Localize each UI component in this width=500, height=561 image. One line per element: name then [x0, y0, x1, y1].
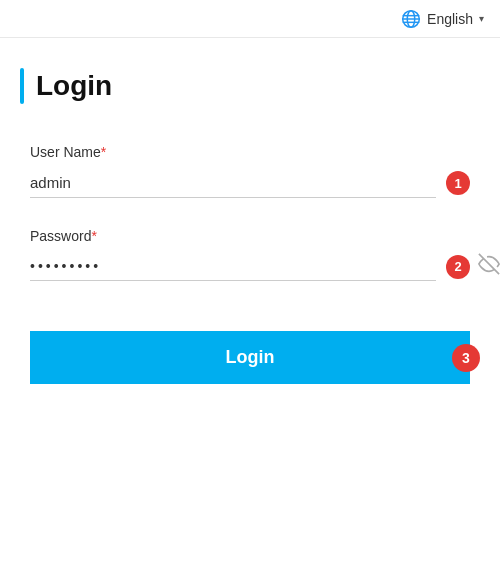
page-title: Login: [36, 70, 112, 102]
login-button-badge: 3: [452, 344, 480, 372]
title-accent-bar: [20, 68, 24, 104]
password-group: Password* ••••••••• 2: [30, 228, 470, 281]
main-content: Login User Name* 1 Password* ••••••••• 2: [0, 38, 500, 404]
login-button-wrapper: Login 3: [30, 331, 470, 384]
title-section: Login: [20, 68, 480, 104]
password-input-wrapper: ••••••••• 2: [30, 252, 470, 281]
globe-icon: [401, 9, 421, 29]
username-label: User Name*: [30, 144, 470, 160]
login-button[interactable]: Login 3: [30, 331, 470, 384]
password-required: *: [91, 228, 96, 244]
language-selector[interactable]: English ▾: [401, 9, 484, 29]
username-group: User Name* 1: [30, 144, 470, 198]
password-input[interactable]: •••••••••: [30, 252, 436, 281]
password-badge: 2: [446, 255, 470, 279]
username-input-wrapper: 1: [30, 168, 470, 198]
username-input[interactable]: [30, 168, 436, 198]
top-bar: English ▾: [0, 0, 500, 38]
language-label: English: [427, 11, 473, 27]
login-form: User Name* 1 Password* ••••••••• 2: [20, 144, 480, 384]
eye-icon[interactable]: [478, 253, 500, 280]
chevron-down-icon: ▾: [479, 13, 484, 24]
username-required: *: [101, 144, 106, 160]
username-badge: 1: [446, 171, 470, 195]
password-label: Password*: [30, 228, 470, 244]
